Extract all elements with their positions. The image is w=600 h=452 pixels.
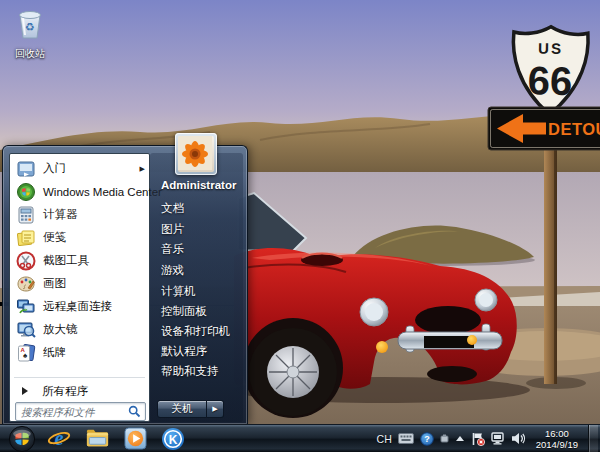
taskbar-windows-explorer[interactable] <box>84 426 110 452</box>
network-icon[interactable] <box>491 432 506 445</box>
menu-item-label: 截图工具 <box>43 253 89 268</box>
menu-item-label: 远程桌面连接 <box>43 299 112 314</box>
keyboard-icon[interactable] <box>398 433 414 444</box>
svg-text:K: K <box>169 432 178 446</box>
menu-item-default-programs[interactable]: 默认程序 <box>161 344 207 358</box>
menu-item-label: 放大镜 <box>43 322 78 337</box>
start-button[interactable] <box>6 425 38 452</box>
remote-desktop-icon <box>16 297 36 317</box>
all-programs-label: 所有程序 <box>42 384 88 399</box>
menu-item-help-support[interactable]: 帮助和支持 <box>161 364 219 378</box>
language-help-icon[interactable]: ? <box>420 432 434 446</box>
svg-text:?: ? <box>424 434 430 444</box>
tray-time: 16:00 <box>536 428 578 439</box>
menu-divider <box>14 377 145 378</box>
svg-text:DETOUR: DETOUR <box>548 120 600 138</box>
user-avatar[interactable] <box>175 133 217 175</box>
shutdown-group: 关机 ▶ <box>157 400 224 418</box>
shutdown-button[interactable]: 关机 <box>157 400 207 418</box>
action-center-flag-icon[interactable] <box>471 432 485 446</box>
menu-item-getting-started[interactable]: 入门 ▶ <box>10 157 149 180</box>
show-hidden-icons-button[interactable] <box>455 435 465 443</box>
menu-item-label: 便笺 <box>43 230 66 245</box>
solitaire-icon: A♠ <box>16 343 36 363</box>
taskbar-internet-explorer[interactable]: e <box>46 426 72 452</box>
submenu-arrow-icon: ▶ <box>140 165 145 173</box>
menu-item-label: 纸牌 <box>43 345 66 360</box>
show-desktop-button[interactable] <box>588 425 598 452</box>
menu-item-remote-desktop[interactable]: 远程桌面连接 <box>10 295 149 318</box>
input-language-indicator[interactable]: CH <box>377 433 392 445</box>
calculator-icon <box>16 205 36 225</box>
windows-orb-icon <box>8 425 36 452</box>
kmplayer-icon: K <box>161 427 185 451</box>
menu-item-snipping-tool[interactable]: 截图工具 <box>10 249 149 272</box>
menu-item-label: 画图 <box>43 276 66 291</box>
menu-item-control-panel[interactable]: 控制面板 <box>161 304 207 318</box>
menu-item-pictures[interactable]: 图片 <box>161 222 184 236</box>
sticky-notes-icon <box>16 228 36 248</box>
snipping-tool-icon <box>16 251 36 271</box>
tray-mini-icon[interactable] <box>440 434 449 444</box>
menu-item-devices-printers[interactable]: 设备和打印机 <box>161 324 230 338</box>
windows-media-center-icon <box>16 182 36 202</box>
media-player-icon <box>124 427 147 450</box>
svg-text:66: 66 <box>527 58 572 103</box>
windows7-desktop: US 66 DETOUR <box>0 0 600 452</box>
avatar-flower-icon <box>178 136 212 170</box>
menu-item-documents[interactable]: 文档 <box>161 201 184 215</box>
recycle-bin-icon: ♻ <box>13 6 47 42</box>
menu-item-windows-media-center[interactable]: Windows Media Center <box>10 180 149 203</box>
taskbar-windows-media-player[interactable] <box>122 426 148 452</box>
menu-item-calculator[interactable]: 计算器 <box>10 203 149 226</box>
user-name-item[interactable]: Administrator <box>161 179 236 193</box>
menu-item-paint[interactable]: 画图 <box>10 272 149 295</box>
svg-text:e: e <box>54 427 63 449</box>
svg-text:US: US <box>538 39 563 56</box>
start-search-box <box>15 402 146 421</box>
paint-icon <box>16 274 36 294</box>
system-tray: CH ? 16:00 2014/9 <box>377 425 600 452</box>
menu-item-solitaire[interactable]: A♠ 纸牌 <box>10 341 149 364</box>
taskbar-kmplayer[interactable]: K <box>160 426 186 452</box>
internet-explorer-icon: e <box>47 427 71 451</box>
menu-item-magnifier[interactable]: 放大镜 <box>10 318 149 341</box>
menu-item-music[interactable]: 音乐 <box>161 242 184 256</box>
tray-clock[interactable]: 16:00 2014/9/19 <box>532 428 582 450</box>
volume-icon[interactable] <box>512 432 526 445</box>
tray-date: 2014/9/19 <box>536 439 578 450</box>
recycle-bin[interactable]: ♻ 回收站 <box>6 6 54 61</box>
menu-item-computer[interactable]: 计算机 <box>161 284 196 298</box>
menu-item-label: Windows Media Center <box>43 186 162 198</box>
start-menu: 入门 ▶ Windows Media Center 计算器 便笺 截 <box>2 145 248 424</box>
menu-item-label: 计算器 <box>43 207 78 222</box>
magnifier-icon <box>16 320 36 340</box>
start-menu-program-list: 入门 ▶ Windows Media Center 计算器 便笺 截 <box>9 153 150 422</box>
search-icon[interactable] <box>128 405 141 418</box>
svg-text:♻: ♻ <box>25 21 35 33</box>
menu-item-games[interactable]: 游戏 <box>161 263 184 277</box>
getting-started-icon <box>16 159 36 179</box>
menu-item-label: 入门 <box>43 161 66 176</box>
folder-icon <box>85 426 110 451</box>
detour-sign: DETOUR <box>488 107 600 150</box>
menu-item-sticky-notes[interactable]: 便笺 <box>10 226 149 249</box>
start-search-input[interactable] <box>16 406 128 418</box>
shutdown-options-arrow[interactable]: ▶ <box>207 400 224 418</box>
recycle-bin-label: 回收站 <box>6 47 54 61</box>
taskbar: e <box>0 424 600 452</box>
taskbar-app-icons: e <box>46 426 186 452</box>
all-programs-button[interactable]: 所有程序 <box>10 381 149 401</box>
all-programs-arrow-icon <box>22 387 28 395</box>
